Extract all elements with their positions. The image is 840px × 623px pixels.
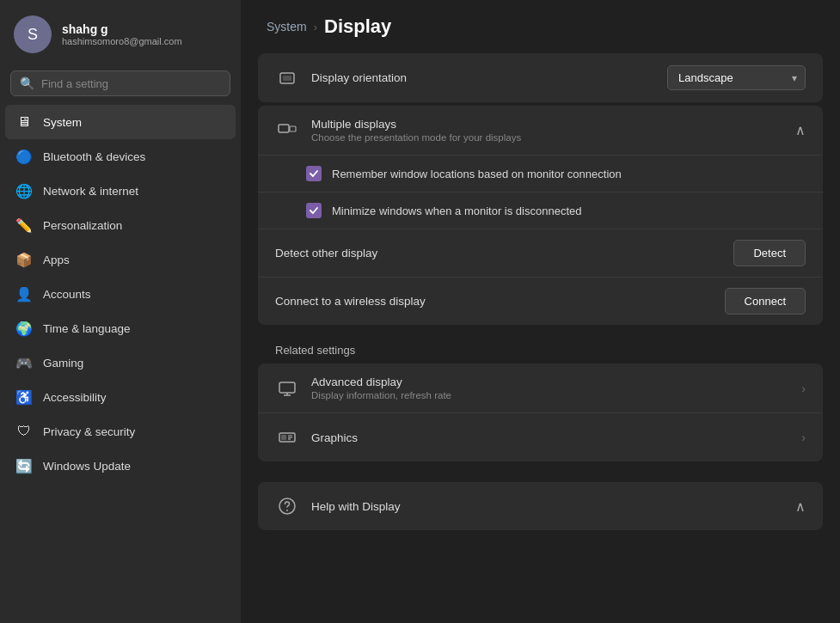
help-text: Help with Display xyxy=(311,500,783,513)
advanced-display-icon xyxy=(275,376,299,400)
graphics-chevron-icon: › xyxy=(801,431,806,444)
orientation-icon xyxy=(275,66,299,90)
sidebar-item-gaming-label: Gaming xyxy=(43,357,83,370)
related-settings-card: Advanced display Display information, re… xyxy=(258,363,823,461)
orientation-control[interactable]: Landscape Portrait Landscape (flipped) P… xyxy=(667,65,806,90)
search-input[interactable] xyxy=(41,77,221,90)
orientation-text: Display orientation xyxy=(311,71,655,84)
checkbox-remember-row: Remember window locations based on monit… xyxy=(258,156,823,192)
advanced-display-text: Advanced display Display information, re… xyxy=(311,376,789,400)
orientation-select[interactable]: Landscape Portrait Landscape (flipped) P… xyxy=(667,65,806,90)
checkbox-minimize[interactable] xyxy=(306,203,322,218)
multiple-displays-subtitle: Choose the presentation mode for your di… xyxy=(311,132,783,143)
advanced-display-chevron-icon: › xyxy=(801,382,806,395)
main-content: System › Display Display orientation Lan… xyxy=(241,0,840,623)
search-icon: 🔍 xyxy=(20,76,34,90)
svg-rect-4 xyxy=(279,382,295,393)
system-icon: 🖥 xyxy=(15,113,33,131)
graphics-row[interactable]: Graphics › xyxy=(258,413,823,461)
related-settings-label: Related settings xyxy=(258,328,823,363)
svg-point-13 xyxy=(286,510,288,511)
accounts-icon: 👤 xyxy=(15,285,33,302)
windows-update-icon: 🔄 xyxy=(15,457,33,474)
advanced-display-title: Advanced display xyxy=(311,376,789,388)
svg-rect-3 xyxy=(290,126,296,131)
sidebar-item-network[interactable]: 🌐 Network & internet xyxy=(5,174,236,208)
graphics-text: Graphics xyxy=(311,431,789,444)
sidebar-item-personalization-label: Personalization xyxy=(43,219,122,232)
sidebar-item-bluetooth[interactable]: 🔵 Bluetooth & devices xyxy=(5,139,236,174)
connect-button[interactable]: Connect xyxy=(725,288,806,315)
help-title: Help with Display xyxy=(311,500,783,513)
content-area: Display orientation Landscape Portrait L… xyxy=(241,53,840,530)
breadcrumb-arrow: › xyxy=(314,21,317,34)
graphics-icon xyxy=(275,425,299,449)
sidebar-item-gaming[interactable]: 🎮 Gaming xyxy=(5,345,236,380)
user-name: shahg g xyxy=(62,22,182,36)
page-header: System › Display xyxy=(241,0,840,53)
checkbox-minimize-row: Minimize windows when a monitor is disco… xyxy=(258,192,823,229)
svg-rect-1 xyxy=(283,76,291,81)
detect-label: Detect other display xyxy=(275,247,721,260)
avatar-initial: S xyxy=(28,26,38,44)
orientation-title: Display orientation xyxy=(311,71,655,84)
help-card: Help with Display ∧ xyxy=(258,482,823,530)
multiple-displays-title: Multiple displays xyxy=(311,118,783,131)
network-icon: 🌐 xyxy=(15,182,33,199)
sidebar-item-apps-label: Apps xyxy=(43,253,70,266)
user-profile: S shahg g hashimsomoro8@gmail.com xyxy=(0,0,241,65)
help-expand-icon: ∧ xyxy=(795,498,806,515)
user-email: hashimsomoro8@gmail.com xyxy=(62,36,182,46)
sidebar-item-network-label: Network & internet xyxy=(43,185,138,198)
sidebar-item-system-label: System xyxy=(43,116,82,129)
help-header[interactable]: Help with Display ∧ xyxy=(258,482,823,530)
privacy-icon: 🛡 xyxy=(15,423,33,440)
apps-icon: 📦 xyxy=(15,251,33,268)
advanced-display-subtitle: Display information, refresh rate xyxy=(311,390,789,400)
sidebar-item-bluetooth-label: Bluetooth & devices xyxy=(43,150,145,163)
search-bar[interactable]: 🔍 xyxy=(10,70,230,96)
sidebar-item-accounts[interactable]: 👤 Accounts xyxy=(5,277,236,311)
sidebar-item-accessibility-label: Accessibility xyxy=(43,391,107,404)
time-icon: 🌍 xyxy=(15,320,33,337)
help-icon xyxy=(275,494,299,518)
sidebar-item-apps[interactable]: 📦 Apps xyxy=(5,242,236,277)
multiple-displays-icon xyxy=(275,119,299,143)
checkbox-minimize-label: Minimize windows when a monitor is disco… xyxy=(332,205,581,217)
display-orientation-card: Display orientation Landscape Portrait L… xyxy=(258,53,823,102)
svg-rect-8 xyxy=(281,435,286,440)
sidebar-item-privacy-label: Privacy & security xyxy=(43,425,135,438)
connect-row: Connect to a wireless display Connect xyxy=(258,278,823,325)
nav-list: 🖥 System 🔵 Bluetooth & devices 🌐 Network… xyxy=(0,105,241,623)
orientation-row: Display orientation Landscape Portrait L… xyxy=(258,53,823,102)
sidebar-item-privacy[interactable]: 🛡 Privacy & security xyxy=(5,414,236,449)
multiple-displays-card: Multiple displays Choose the presentatio… xyxy=(258,106,823,325)
sidebar-item-windows-update[interactable]: 🔄 Windows Update xyxy=(5,449,236,483)
multiple-displays-text: Multiple displays Choose the presentatio… xyxy=(311,118,783,143)
gaming-icon: 🎮 xyxy=(15,354,33,371)
sidebar-item-windows-update-label: Windows Update xyxy=(43,460,131,473)
multiple-displays-header[interactable]: Multiple displays Choose the presentatio… xyxy=(258,106,823,156)
sidebar-item-accounts-label: Accounts xyxy=(43,288,91,301)
accessibility-icon: ♿ xyxy=(15,388,33,406)
advanced-display-row[interactable]: Advanced display Display information, re… xyxy=(258,363,823,413)
avatar: S xyxy=(14,15,52,53)
sidebar-item-accessibility[interactable]: ♿ Accessibility xyxy=(5,380,236,414)
detect-button[interactable]: Detect xyxy=(733,240,806,266)
bluetooth-icon: 🔵 xyxy=(15,148,33,165)
chevron-up-icon: ∧ xyxy=(795,122,806,138)
detect-row: Detect other display Detect xyxy=(258,229,823,278)
sidebar-item-system[interactable]: 🖥 System xyxy=(5,105,236,139)
sidebar-item-time-label: Time & language xyxy=(43,322,131,335)
personalization-icon: ✏️ xyxy=(15,217,33,234)
checkbox-remember-label: Remember window locations based on monit… xyxy=(332,168,622,180)
checkbox-remember[interactable] xyxy=(306,166,322,181)
connect-label: Connect to a wireless display xyxy=(275,295,713,308)
user-info: shahg g hashimsomoro8@gmail.com xyxy=(62,22,182,46)
sidebar: S shahg g hashimsomoro8@gmail.com 🔍 🖥 Sy… xyxy=(0,0,241,623)
breadcrumb-parent[interactable]: System xyxy=(267,20,307,34)
page-title: Display xyxy=(324,15,391,38)
sidebar-item-time[interactable]: 🌍 Time & language xyxy=(5,311,236,345)
sidebar-item-personalization[interactable]: ✏️ Personalization xyxy=(5,208,236,242)
svg-rect-2 xyxy=(279,125,289,132)
